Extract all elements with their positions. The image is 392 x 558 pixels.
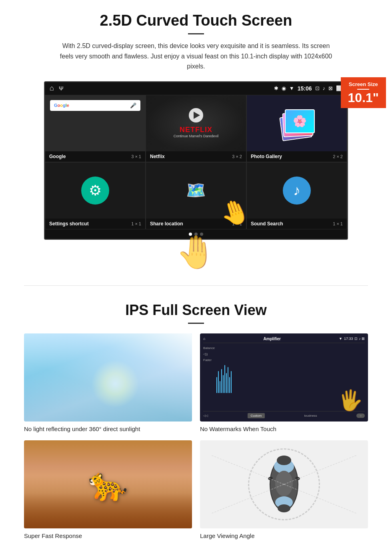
eq-bar-9 xyxy=(229,377,230,393)
car-visual xyxy=(200,440,368,528)
settings-app-content: ⚙ xyxy=(45,163,145,219)
netflix-brand: NETFLIX xyxy=(180,126,212,134)
sunlight-label: No light reflecting under 360° direct su… xyxy=(24,426,192,432)
location-icon: ◉ xyxy=(282,85,286,91)
feature-grid: No light reflecting under 360° direct su… xyxy=(24,333,368,539)
google-label-row: Google 3 × 1 xyxy=(45,151,145,162)
photo-stack: 🌸 xyxy=(279,105,315,141)
feature-sunlight: No light reflecting under 360° direct su… xyxy=(24,333,192,432)
feature-amplifier: ⌂ Amplifier ▼ 17:33 ⊡ ♪ ⊠ Balance ◁)) xyxy=(200,333,368,432)
eq-label-fader: Fader xyxy=(203,358,215,362)
gear-icon: ⚙ xyxy=(89,182,102,199)
screen-icon: ⊠ xyxy=(328,85,333,91)
google-app-content: Google 🎤 xyxy=(45,95,145,151)
app-cell-share-location[interactable]: 🗺️ 🤚 Share location 1 × 1 xyxy=(146,162,246,229)
app-cell-settings[interactable]: ⚙ Settings shortcut 1 × 1 xyxy=(45,162,146,229)
photo-card-3: 🌸 xyxy=(285,109,315,133)
settings-app-size: 1 × 1 xyxy=(131,221,141,226)
cheetah-emoji: 🐆 xyxy=(88,466,128,503)
google-maps-icon: 🗺️ xyxy=(186,181,206,200)
netflix-label-row: Netflix 3 × 2 xyxy=(146,151,246,162)
amp-title: Amplifier xyxy=(264,337,281,341)
home-icon[interactable]: ⌂ xyxy=(50,84,54,92)
photo-gallery-label-row: Photo Gallery 2 × 2 xyxy=(247,151,347,162)
sound-search-content: ♪ xyxy=(247,163,347,219)
feature-cheetah: 🐆 Super Fast Response xyxy=(24,440,192,539)
eq-area: Balance ◁)) Fader xyxy=(203,345,365,409)
photo-gallery-app-size: 2 × 2 xyxy=(333,154,343,159)
netflix-app-content: NETFLIX Continue Marvel's Daredevil xyxy=(146,95,246,151)
status-bar-left: ⌂ Ψ xyxy=(50,84,64,92)
settings-app-name: Settings shortcut xyxy=(49,221,89,227)
hand-decoration: 🤚 xyxy=(24,233,368,265)
sound-icon-circle: ♪ xyxy=(283,177,311,205)
netflix-bg xyxy=(146,95,246,151)
app-cell-google[interactable]: Google 🎤 Google 3 × 1 xyxy=(45,95,146,162)
section1-title: 2.5D Curved Touch Screen xyxy=(24,12,368,29)
usb-icon: Ψ xyxy=(59,85,64,92)
viewing-angle-arcs xyxy=(200,440,368,528)
netflix-app-name: Netflix xyxy=(150,154,165,159)
google-search-bar[interactable]: Google 🎤 xyxy=(50,100,140,111)
section2-title: IPS Full Screen View xyxy=(24,302,368,319)
app-cell-netflix[interactable]: NETFLIX Continue Marvel's Daredevil Netf… xyxy=(146,95,246,162)
share-location-content: 🗺️ 🤚 xyxy=(146,163,246,219)
screen-size-badge: Screen Size 10.1" xyxy=(341,77,386,108)
sound-search-app-name: Sound Search xyxy=(251,221,283,227)
amp-icons: ⊡ ♪ ⊠ xyxy=(354,337,365,341)
amp-loudness-label: loudness xyxy=(304,414,317,417)
netflix-app-size: 3 × 2 xyxy=(232,154,242,159)
car-label: Large Viewing Angle xyxy=(200,532,368,539)
cheetah-image: 🐆 xyxy=(24,440,192,528)
google-app-size: 3 × 1 xyxy=(131,154,141,159)
camera-icon: ⊡ xyxy=(315,85,320,91)
hand-touch-icon: 🤚 xyxy=(176,234,216,270)
section2-title-divider xyxy=(188,323,204,324)
amp-time: 17:33 xyxy=(344,337,353,341)
amp-bottom: ◁◁ Custom loudness ○ xyxy=(203,411,365,418)
mic-icon[interactable]: 🎤 xyxy=(130,102,136,108)
amp-custom-btn[interactable]: Custom xyxy=(248,413,265,418)
play-triangle xyxy=(194,112,200,119)
section-divider xyxy=(24,285,368,286)
wifi-icon: ▼ xyxy=(289,85,294,91)
bluetooth-icon: ✱ xyxy=(274,85,278,91)
amplifier-image: ⌂ Amplifier ▼ 17:33 ⊡ ♪ ⊠ Balance ◁)) xyxy=(200,333,368,422)
flower-emoji: 🌸 xyxy=(293,114,307,128)
settings-label-row: Settings shortcut 1 × 1 xyxy=(45,219,145,229)
eq-label-balance: Balance xyxy=(203,346,215,350)
sound-search-app-size: 1 × 1 xyxy=(333,221,343,226)
amp-wifi: ▼ xyxy=(339,337,342,341)
share-location-app-name: Share location xyxy=(150,221,183,227)
touch-hand-icon: 🖐 xyxy=(338,389,363,412)
sunlight-image xyxy=(24,333,192,422)
app-cell-photo-gallery[interactable]: 🌸 Photo Gallery 2 × 2 xyxy=(246,95,347,162)
sunlight-overlay xyxy=(24,333,192,422)
amp-back-btn[interactable]: ◁◁ xyxy=(203,414,208,417)
netflix-subtitle: Continue Marvel's Daredevil xyxy=(174,134,218,138)
app-cell-sound-search[interactable]: ♪ Sound Search 1 × 1 xyxy=(246,162,347,229)
google-app-name: Google xyxy=(49,154,66,159)
eq-bars xyxy=(216,361,365,393)
feature-car: Large Viewing Angle xyxy=(200,440,368,539)
section-ips-screen: IPS Full Screen View No light reflecting… xyxy=(0,298,392,551)
eq-labels: Balance ◁)) Fader xyxy=(203,346,215,408)
amp-toggle[interactable]: ○ xyxy=(356,413,365,418)
section1-description: With 2.5D curved-display screen, this de… xyxy=(56,41,336,72)
eq-bar-7 xyxy=(226,373,227,393)
netflix-logo: NETFLIX xyxy=(180,126,212,134)
music-note-icon: ♪ xyxy=(293,182,300,199)
amplifier-screen: ⌂ Amplifier ▼ 17:33 ⊡ ♪ ⊠ Balance ◁)) xyxy=(200,333,368,422)
amplifier-label: No Watermarks When Touch xyxy=(200,426,368,432)
eq-bar-3 xyxy=(220,381,220,393)
amp-status-icons: ▼ 17:33 ⊡ ♪ ⊠ xyxy=(339,337,365,341)
app-grid-row2: ⚙ Settings shortcut 1 × 1 🗺️ 🤚 xyxy=(45,162,347,229)
clock-display: 15:06 xyxy=(298,85,312,92)
title-divider xyxy=(188,33,204,34)
eq-bars-container: 🖐 xyxy=(216,346,365,408)
screen-size-label: Screen Size xyxy=(348,81,379,87)
amp-header: ⌂ Amplifier ▼ 17:33 ⊡ ♪ ⊠ xyxy=(203,337,365,343)
photo-gallery-content: 🌸 xyxy=(247,95,347,151)
section-curved-screen: 2.5D Curved Touch Screen With 2.5D curve… xyxy=(0,0,392,273)
eq-bar-4 xyxy=(221,369,222,393)
